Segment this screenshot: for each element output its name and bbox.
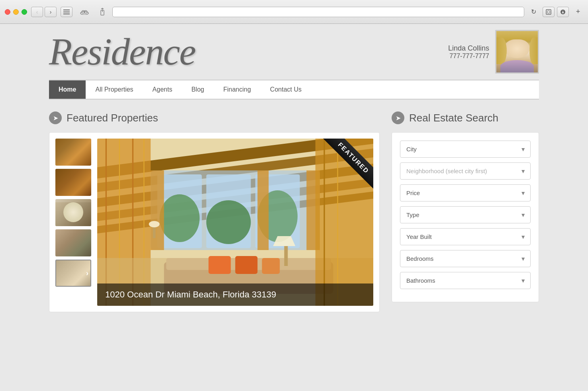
svg-rect-7 xyxy=(546,10,551,14)
nav-item-financing[interactable]: Financing xyxy=(214,80,260,99)
site-wrapper: Residence Linda Collins 777-777-7777 xyxy=(41,24,547,324)
svg-rect-38 xyxy=(262,258,280,274)
svg-point-45 xyxy=(149,221,160,227)
add-tab-button[interactable]: + xyxy=(573,7,583,17)
browser-chrome: ‹ › ↻ xyxy=(0,0,588,24)
fullscreen-button[interactable] xyxy=(543,7,555,17)
type-dropdown-wrapper: Type ▼ xyxy=(400,206,531,223)
price-dropdown-wrapper: Price ▼ xyxy=(400,184,531,201)
property-address-text: 1020 Ocean Dr Miami Beach, Florida 33139 xyxy=(105,289,276,299)
search-box: City ▼ Neighborhood (select city first) … xyxy=(392,132,539,302)
featured-title-text: Featured Properties xyxy=(67,112,158,124)
type-select[interactable]: Type xyxy=(400,206,531,223)
featured-badge: FEATURED xyxy=(323,139,373,189)
svg-rect-2 xyxy=(63,14,70,14)
nav-item-home[interactable]: Home xyxy=(49,80,86,99)
svg-point-27 xyxy=(159,194,200,242)
cloud-icon xyxy=(76,7,92,17)
agent-info: Linda Collins 777-777-7777 xyxy=(448,30,539,74)
property-address: 1020 Ocean Dr Miami Beach, Florida 33139 xyxy=(97,283,373,306)
traffic-lights xyxy=(5,9,27,15)
thumbnail-1[interactable] xyxy=(55,139,91,166)
nav-link-financing[interactable]: Financing xyxy=(214,80,260,99)
nav-item-all-properties[interactable]: All Properties xyxy=(86,80,143,99)
download-button[interactable] xyxy=(557,7,569,17)
featured-ribbon: FEATURED xyxy=(310,139,373,202)
page-content: Residence Linda Collins 777-777-7777 xyxy=(0,24,588,391)
neighborhood-select[interactable]: Neighborhood (select city first) xyxy=(400,162,531,180)
thumbnail-5[interactable]: › xyxy=(55,260,91,287)
search-section: ➤ Real Estate Search City ▼ Neighbo xyxy=(392,111,539,312)
site-logo: Residence xyxy=(49,33,195,71)
site-nav: Home All Properties Agents Blog Financin… xyxy=(49,80,539,100)
agent-name: Linda Collins xyxy=(448,44,489,53)
bedrooms-select[interactable]: Bedrooms xyxy=(400,250,531,267)
main-property-image[interactable]: FEATURED 1020 Ocean Dr Miami Beach, Flor… xyxy=(97,139,373,306)
svg-rect-36 xyxy=(208,256,231,274)
thumbnail-4[interactable] xyxy=(55,229,91,256)
address-bar[interactable] xyxy=(112,7,524,17)
nav-link-all-properties[interactable]: All Properties xyxy=(86,80,143,99)
svg-rect-8 xyxy=(547,11,550,13)
nav-item-blog[interactable]: Blog xyxy=(182,80,214,99)
nav-list: Home All Properties Agents Blog Financin… xyxy=(49,80,539,99)
svg-rect-30 xyxy=(151,170,164,250)
featured-arrow-icon: ➤ xyxy=(49,111,62,124)
city-select[interactable]: City xyxy=(400,141,531,158)
nav-link-contact[interactable]: Contact Us xyxy=(261,80,311,99)
featured-section: ➤ Featured Properties xyxy=(49,111,380,312)
svg-point-28 xyxy=(206,200,251,244)
maximize-button[interactable] xyxy=(22,9,27,15)
bedrooms-dropdown-wrapper: Bedrooms ▼ xyxy=(400,250,531,267)
nav-link-blog[interactable]: Blog xyxy=(182,80,214,99)
search-title-text: Real Estate Search xyxy=(409,112,498,124)
back-button[interactable]: ‹ xyxy=(31,7,43,17)
reload-button[interactable]: ↻ xyxy=(528,7,539,17)
nav-buttons: ‹ › xyxy=(31,7,57,17)
minimize-button[interactable] xyxy=(13,9,19,15)
nav-link-agents[interactable]: Agents xyxy=(143,80,182,99)
thumbnail-2[interactable] xyxy=(55,169,91,196)
nav-link-home[interactable]: Home xyxy=(49,80,86,99)
search-arrow-icon: ➤ xyxy=(392,111,404,124)
svg-rect-1 xyxy=(63,12,70,12)
property-card: › xyxy=(49,132,380,312)
agent-photo xyxy=(495,30,539,74)
bathrooms-dropdown-wrapper: Bathrooms ▼ xyxy=(400,272,531,289)
svg-rect-0 xyxy=(63,10,70,10)
share-icon[interactable] xyxy=(96,7,108,17)
agent-details: Linda Collins 777-777-7777 xyxy=(448,44,489,60)
property-thumbnails: › xyxy=(55,139,91,306)
year-built-select[interactable]: Year Built xyxy=(400,228,531,245)
city-dropdown-wrapper: City ▼ xyxy=(400,141,531,158)
neighborhood-dropdown-wrapper: Neighborhood (select city first) ▼ xyxy=(400,162,531,180)
svg-rect-37 xyxy=(235,256,258,274)
main-content: ➤ Featured Properties xyxy=(49,100,539,324)
close-button[interactable] xyxy=(5,9,10,15)
search-section-title: ➤ Real Estate Search xyxy=(392,111,539,124)
svg-rect-39 xyxy=(284,246,288,266)
nav-item-contact[interactable]: Contact Us xyxy=(261,80,311,99)
browser-right-controls xyxy=(543,7,569,17)
room-interior: FEATURED 1020 Ocean Dr Miami Beach, Flor… xyxy=(97,139,373,306)
featured-section-title: ➤ Featured Properties xyxy=(49,111,380,124)
year-built-dropdown-wrapper: Year Built ▼ xyxy=(400,228,531,245)
price-select[interactable]: Price xyxy=(400,184,531,201)
site-header: Residence Linda Collins 777-777-7777 xyxy=(49,24,539,80)
svg-rect-44 xyxy=(153,226,156,238)
thumbnail-3[interactable] xyxy=(55,199,91,226)
nav-item-agents[interactable]: Agents xyxy=(143,80,182,99)
next-image-arrow[interactable]: › xyxy=(86,269,88,278)
agent-phone: 777-777-7777 xyxy=(448,53,489,60)
bathrooms-select[interactable]: Bathrooms xyxy=(400,272,531,289)
svg-rect-31 xyxy=(257,170,269,250)
forward-button[interactable]: › xyxy=(45,7,57,17)
sidebar-toggle-button[interactable] xyxy=(61,7,73,17)
